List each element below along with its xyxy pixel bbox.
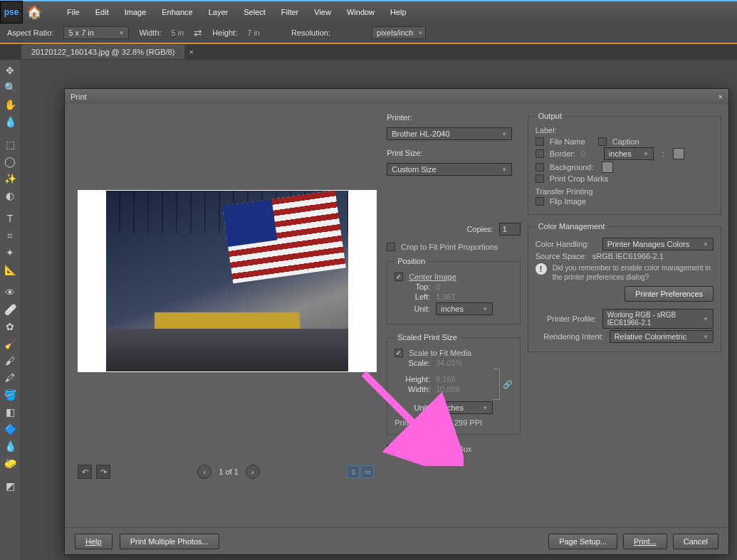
document-close-icon[interactable]: × [184,45,197,59]
show-bbox-label: Show Bounding Box [401,445,471,453]
position-group: Position Center Image Top:0 Left:1.361 U… [387,257,520,324]
filename-checkbox[interactable] [535,137,544,146]
eraser-tool-icon[interactable]: 🧹 [2,336,18,352]
menu-select[interactable]: Select [236,4,273,21]
border-unit-select[interactable]: inches▼ [604,147,654,160]
info-icon: ! [535,263,547,275]
selection-brush-icon[interactable]: ◐ [2,188,18,204]
border-color-swatch[interactable] [673,148,684,159]
gradient-tool-icon[interactable]: ◧ [2,404,18,420]
menu-edit[interactable]: Edit [88,4,116,21]
swap-icon[interactable]: ⇄ [194,27,202,38]
menu-file[interactable]: File [60,4,87,21]
foreground-color-icon[interactable]: ◩ [2,478,18,494]
landscape-icon[interactable]: ▭ [361,465,374,478]
crop-tool-icon[interactable]: ⌗ [2,228,18,243]
show-bbox-checkbox[interactable] [387,445,395,453]
sunit-label: Unit: [394,403,430,412]
print-multiple-button[interactable]: Print Multiple Photos... [120,534,219,549]
app-logo: pse [0,1,23,23]
sunit-select[interactable]: inches▼ [436,401,493,414]
sheight-value: 8.166 [436,375,456,384]
menu-image[interactable]: Image [117,4,154,21]
printer-select[interactable]: Brother HL-2040▼ [387,127,512,140]
zoom-tool-icon[interactable]: 🔍 [2,80,18,95]
aspect-select[interactable]: 5 x 7 in▼ [63,26,129,39]
resolution-label: Resolution: [291,28,330,37]
profile-select[interactable]: Working RGB - sRGB IEC61966-2.1▼ [602,309,714,329]
menu-view[interactable]: View [307,4,338,21]
cookie-cutter-icon[interactable]: ✦ [2,245,18,260]
menu-filter[interactable]: Filter [274,4,305,21]
print-button[interactable]: Print... [623,534,667,549]
intent-select[interactable]: Relative Colorimetric▼ [610,330,714,343]
flip-checkbox[interactable] [535,197,544,206]
printsize-select[interactable]: Custom Size▼ [387,163,512,176]
output-label: Label: [535,126,714,134]
background-color-swatch[interactable] [602,162,613,173]
menu-window[interactable]: Window [340,4,382,21]
swidth-value: 10.888 [436,385,460,393]
smartbrush-tool-icon[interactable]: 🖍 [2,370,18,386]
copies-input[interactable] [499,223,521,236]
menu-enhance[interactable]: Enhance [155,4,199,21]
printer-prefs-button[interactable]: Printer Preferences [624,286,714,302]
caption-checkbox[interactable] [598,137,607,146]
move-tool-icon[interactable]: ✥ [2,63,18,78]
preview-pager: ↶ ↷ ‹ 1 of 1 › ▯ ▭ [72,465,380,479]
next-page-icon[interactable]: › [246,465,260,479]
lasso-tool-icon[interactable]: ◯ [2,154,18,169]
pos-unit-select[interactable]: inches▼ [436,302,493,315]
prev-page-icon[interactable]: ‹ [197,465,211,479]
center-checkbox[interactable] [394,273,403,281]
home-icon[interactable]: 🏠 [23,1,46,23]
eyedropper-tool-icon[interactable]: 💧 [2,114,18,130]
cropmarks-checkbox[interactable] [535,174,544,183]
straighten-tool-icon[interactable]: 📐 [2,262,18,278]
help-button[interactable]: Help [75,534,113,549]
width-value: 5 in [172,28,184,37]
background-checkbox[interactable] [535,163,544,171]
link-icon[interactable]: 🔗 [503,380,513,389]
rotate-left-icon[interactable]: ↶ [78,465,92,479]
document-tab[interactable]: 20120122_160143.jpg @ 32.8% (RGB/8) [21,45,184,59]
print-dialog: Print × ↶ ↷ ‹ 1 of 1 [64,88,729,555]
top-value: 0 [436,282,440,291]
border-label: Border: [550,149,575,158]
wand-tool-icon[interactable]: ✨ [2,171,18,186]
hand-tool-icon[interactable]: ✋ [2,97,18,112]
dialog-titlebar[interactable]: Print × [65,89,728,105]
preview-column: ↶ ↷ ‹ 1 of 1 › ▯ ▭ [72,112,380,520]
menu-layer[interactable]: Layer [202,4,236,21]
clone-tool-icon[interactable]: ✿ [2,319,18,334]
redeye-tool-icon[interactable]: 👁 [2,285,18,300]
page-setup-button[interactable]: Page Setup... [548,534,617,549]
handling-select[interactable]: Printer Manages Colors▼ [602,238,714,250]
link-bracket-icon [493,369,500,400]
brush-tool-icon[interactable]: 🖌 [2,353,18,369]
blur-tool-icon[interactable]: 💧 [2,438,18,454]
menu-help[interactable]: Help [383,4,414,21]
printer-label: Printer: [387,113,422,122]
sponge-tool-icon[interactable]: 🧽 [2,455,18,471]
resolution-unit-select[interactable]: pixels/inch▼ [372,26,426,39]
source-label: Source Space: [535,252,587,260]
border-checkbox[interactable] [535,149,544,158]
portrait-icon[interactable]: ▯ [347,465,360,478]
transfer-label: Transfer Printing [535,187,714,196]
shape-tool-icon[interactable]: 🔷 [2,421,18,437]
scale-fit-checkbox[interactable] [394,349,403,357]
cancel-button[interactable]: Cancel [673,534,718,549]
type-tool-icon[interactable]: T [2,211,18,226]
marquee-tool-icon[interactable]: ⬚ [2,137,18,152]
bucket-tool-icon[interactable]: 🪣 [2,387,18,403]
crop-fit-checkbox[interactable] [387,243,395,251]
healing-tool-icon[interactable]: 🩹 [2,302,18,317]
flip-label: Flip Image [550,197,586,206]
filename-label: File Name [550,137,585,146]
top-label: Top: [394,282,430,291]
height-label: Height: [212,28,237,37]
scale-label: Scale: [394,359,430,367]
rotate-right-icon[interactable]: ↷ [96,465,110,479]
dialog-close-icon[interactable]: × [718,93,723,101]
